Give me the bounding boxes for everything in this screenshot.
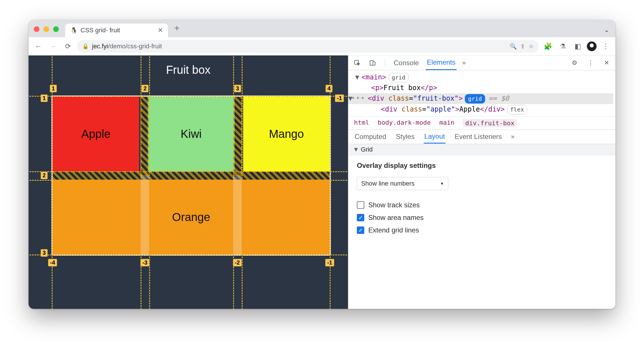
grid-overlay: Apple Kiwi Mango Orange 1 2 3 4 (51, 96, 331, 256)
grid-badge[interactable]: grid (389, 73, 409, 82)
address-bar[interactable]: 🔒 jec.fyi/demo/css-grid-fruit 🔍 ⇪ ☆ (77, 40, 539, 53)
lock-icon: 🔒 (82, 43, 89, 49)
more-subtabs-icon[interactable]: » (511, 133, 515, 140)
grid-gap (233, 97, 242, 176)
check-track-sizes[interactable]: Show track sizes (357, 201, 607, 209)
favicon-icon: 🐧 (70, 27, 77, 34)
grid-cell-kiwi: Kiwi (148, 97, 234, 171)
line-badge: 3 (41, 249, 48, 257)
labs-icon[interactable]: ⚗ (557, 41, 569, 52)
tab-styles[interactable]: Styles (395, 130, 415, 143)
dom-breadcrumbs[interactable]: html body.dark-mode main div.fruit-box (348, 117, 615, 130)
crumb[interactable]: main (439, 119, 454, 127)
tab-close-button[interactable]: ✕ (158, 27, 163, 34)
window-minimize-button[interactable] (43, 26, 49, 32)
dom-tree[interactable]: ▼<main>grid <p>Fruit box</p> ▼<div class… (348, 70, 615, 117)
line-badge: -2 (233, 259, 242, 267)
line-badge: 1 (50, 85, 57, 92)
grid-cell-mango: Mango (243, 97, 330, 171)
line-badge: 2 (41, 172, 48, 179)
reload-button[interactable]: ⟳ (62, 41, 74, 52)
tab-title: CSS grid- fruit (81, 27, 155, 34)
checkbox-icon[interactable]: ✓ (357, 214, 364, 221)
share-icon[interactable]: ⇪ (520, 43, 525, 50)
line-badge: 3 (234, 85, 241, 92)
page-content: Fruit box Apple Kiwi (29, 55, 348, 309)
layout-panel: Overlay display settings Show line numbe… (348, 155, 615, 245)
extensions-icon[interactable]: 🧩 (542, 41, 554, 52)
check-extend-lines[interactable]: ✓ Extend grid lines (357, 226, 607, 234)
profile-avatar[interactable] (587, 41, 597, 51)
tab-console[interactable]: Console (393, 56, 420, 70)
overlay-settings-title: Overlay display settings (357, 162, 607, 170)
more-tabs-icon[interactable]: » (462, 59, 466, 67)
menu-icon[interactable]: ⋮ (600, 41, 611, 52)
kebab-icon[interactable]: ⋮ (586, 58, 595, 68)
line-badge: -3 (140, 259, 149, 267)
tab-computed[interactable]: Computed (354, 130, 387, 143)
tab-event-listeners[interactable]: Event Listeners (454, 130, 502, 143)
back-button[interactable]: ← (33, 41, 44, 52)
crumb[interactable]: body.dark-mode (378, 119, 431, 127)
crumb[interactable]: html (354, 119, 369, 127)
grid-section-header[interactable]: ▼Grid (348, 144, 615, 155)
devtools-top-bar: Console Elements » ⚙ ⋮ ✕ (348, 55, 615, 70)
star-icon[interactable]: ☆ (529, 43, 534, 50)
url-text: jec.fyi/demo/css-grid-fruit (92, 43, 162, 50)
line-badge: -1 (325, 259, 334, 267)
grid-cell-orange: Orange (53, 180, 330, 254)
grid-badge[interactable]: grid (465, 94, 485, 104)
grid-gap (53, 171, 330, 180)
crumb[interactable]: div.fruit-box (463, 119, 517, 127)
line-badge: 2 (141, 85, 149, 92)
browser-window: 🐧 CSS grid- fruit ✕ ＋ ⌄ ← → ⟳ 🔒 jec.fyi/… (29, 20, 615, 309)
side-panel-icon[interactable]: ◧ (572, 41, 583, 52)
line-badge: 1 (41, 94, 48, 102)
window-traffic-lights (34, 26, 59, 32)
tab-strip: 🐧 CSS grid- fruit ✕ ＋ ⌄ (29, 20, 615, 37)
browser-tab[interactable]: 🐧 CSS grid- fruit ✕ (65, 23, 168, 37)
forward-button[interactable]: → (47, 41, 59, 52)
toolbar: ← → ⟳ 🔒 jec.fyi/demo/css-grid-fruit 🔍 ⇪ … (29, 37, 615, 55)
zoom-icon[interactable]: 🔍 (510, 43, 517, 50)
device-toggle-icon[interactable] (368, 58, 377, 68)
grid-gap (141, 97, 149, 176)
devtools-panel: Console Elements » ⚙ ⋮ ✕ ▼<main>grid <p>… (348, 55, 615, 309)
page-title: Fruit box (29, 55, 348, 76)
inspect-icon[interactable] (352, 58, 362, 68)
checkbox-icon[interactable] (357, 201, 364, 209)
extension-icons: 🧩 ⚗ ◧ ⋮ (542, 41, 611, 52)
chevron-down-icon[interactable]: ⌄ (604, 26, 609, 34)
line-badge: 4 (325, 85, 333, 92)
line-numbers-select[interactable]: Show line numbers▼ (357, 177, 448, 190)
dom-selected-node[interactable]: ▼<div class="fruit-box">grid== $0 (348, 93, 613, 104)
gear-icon[interactable]: ⚙ (570, 58, 579, 68)
check-area-names[interactable]: ✓ Show area names (357, 214, 607, 222)
flex-badge[interactable]: flex (507, 105, 527, 114)
grid-cell-apple: Apple (53, 97, 139, 171)
tab-layout[interactable]: Layout (424, 130, 445, 144)
close-icon[interactable]: ✕ (602, 58, 611, 68)
window-close-button[interactable] (34, 26, 39, 32)
line-badge: -1 (335, 94, 344, 102)
checkbox-icon[interactable]: ✓ (357, 226, 364, 234)
devtools-sub-tabs: Computed Styles Layout Event Listeners » (348, 130, 615, 144)
new-tab-button[interactable]: ＋ (173, 22, 181, 34)
svg-rect-2 (373, 62, 375, 65)
window-zoom-button[interactable] (53, 26, 59, 32)
line-badge: -4 (48, 259, 57, 267)
grid-gap (233, 176, 242, 254)
grid-gap (141, 176, 149, 254)
viewport: Fruit box Apple Kiwi (29, 55, 615, 309)
tab-elements[interactable]: Elements (426, 55, 457, 70)
